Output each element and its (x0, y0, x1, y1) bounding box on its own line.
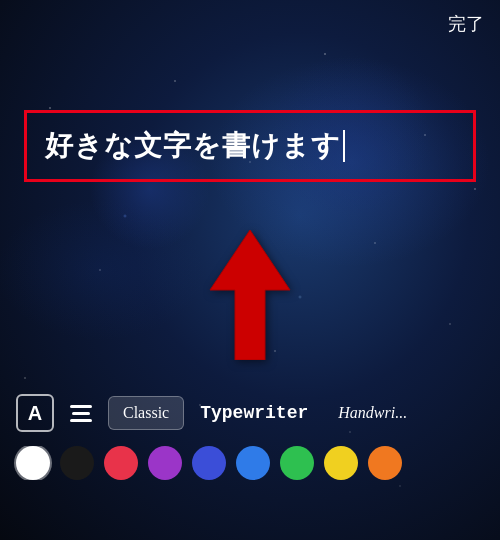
align-line-3 (70, 419, 92, 422)
text-align-button[interactable] (62, 394, 100, 432)
color-swatch-red[interactable] (104, 446, 138, 480)
font-a-icon: A (28, 402, 42, 425)
font-style-button[interactable]: A (16, 394, 54, 432)
font-option-handwriting[interactable]: Handwri... (324, 397, 421, 429)
font-option-typewriter[interactable]: Typewriter (186, 396, 322, 430)
color-swatch-purple[interactable] (148, 446, 182, 480)
font-options-list: Classic Typewriter Handwri... (108, 396, 484, 430)
color-row (0, 446, 500, 480)
text-input-value: 好きな文字を書けます (45, 127, 341, 165)
color-swatch-black[interactable] (60, 446, 94, 480)
color-swatch-blue[interactable] (236, 446, 270, 480)
align-line-2 (72, 412, 90, 415)
arrow-indicator (190, 230, 310, 360)
text-input-area[interactable]: 好きな文字を書けます (24, 110, 476, 182)
color-swatch-yellow[interactable] (324, 446, 358, 480)
align-line-1 (70, 405, 92, 408)
text-cursor (343, 130, 345, 162)
font-row: A Classic Typewriter Handwri... (0, 394, 500, 432)
bottom-toolbar: A Classic Typewriter Handwri... (0, 394, 500, 480)
color-swatch-green[interactable] (280, 446, 314, 480)
font-option-classic[interactable]: Classic (108, 396, 184, 430)
color-swatch-white[interactable] (16, 446, 50, 480)
svg-marker-0 (210, 230, 290, 360)
color-swatch-orange[interactable] (368, 446, 402, 480)
done-button[interactable]: 完了 (448, 12, 484, 36)
color-swatch-dark-blue[interactable] (192, 446, 226, 480)
app-container: 完了 好きな文字を書けます A Classic (0, 0, 500, 540)
align-icon (70, 405, 92, 422)
